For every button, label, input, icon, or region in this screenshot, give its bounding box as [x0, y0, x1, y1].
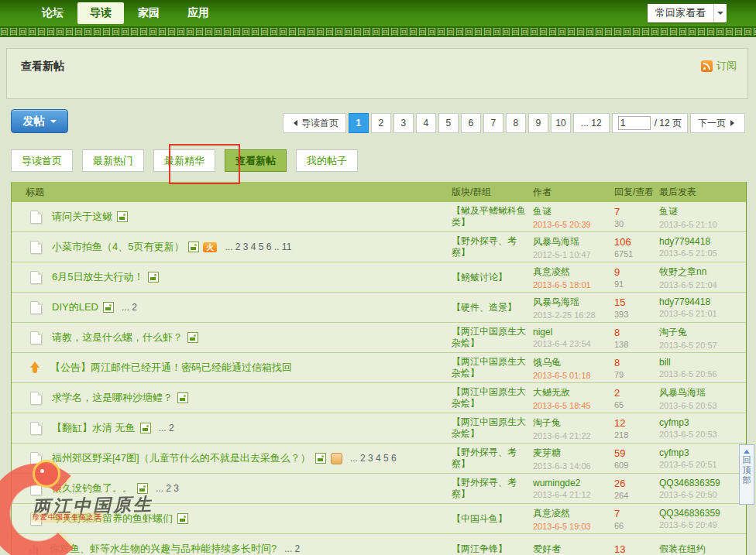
page-button[interactable]: 8 [506, 113, 526, 133]
author-link[interactable]: 麦芽糖 [533, 447, 614, 460]
last-poster-link[interactable]: 淘子兔 [659, 326, 746, 339]
thread-forum-cell: 【两江中国原生大杂烩】 [452, 383, 533, 413]
author-link[interactable]: nigel [533, 327, 614, 337]
author-link[interactable]: 鱼谜 [533, 205, 614, 218]
forum-link[interactable]: 【两江中国原生大杂烩】 [452, 356, 530, 379]
pagination-next-button[interactable]: 下一页 [690, 113, 745, 133]
forum-link[interactable]: 【中国斗鱼】 [452, 513, 507, 525]
nav-item[interactable]: 应用 [174, 2, 223, 24]
thread-author-cell: wumingde22013-6-4 21:12 [533, 474, 614, 503]
author-link[interactable]: 饿乌龟 [533, 356, 614, 369]
forum-link[interactable]: 【鳅及平鳍鳅科鱼类】 [452, 205, 530, 228]
chevron-down-icon[interactable] [713, 4, 727, 22]
tab[interactable]: 最新热门 [82, 149, 144, 172]
nav-item[interactable]: 家园 [124, 2, 174, 24]
forum-link[interactable]: 【硬件、造景】 [452, 302, 517, 313]
author-link[interactable]: wumingde2 [533, 478, 614, 488]
tab[interactable]: 最新精华 [153, 149, 215, 172]
thread-page-links[interactable]: ... 2 [122, 302, 137, 313]
author-link[interactable]: 爱好者 [533, 543, 614, 555]
thread-title-link[interactable]: 今天野采后留养的鱼虾螺们 [52, 512, 173, 526]
last-poster-link[interactable]: cyfmp3 [659, 417, 746, 428]
thread-title-link[interactable]: 6月5日放生大行动！ [52, 270, 143, 284]
forum-link[interactable]: 【鳑鲏讨论】 [452, 272, 507, 283]
image-attach-icon [137, 483, 148, 494]
last-poster-link[interactable]: 假装在纽约 [659, 543, 746, 555]
author-link[interactable]: 淘子兔 [533, 416, 614, 430]
thread-page-links[interactable]: ... 2 3 [156, 483, 179, 494]
last-poster-link[interactable]: hdy7794418 [659, 296, 746, 307]
author-link[interactable]: 真意凌然 [533, 507, 614, 520]
last-poster-link[interactable]: bill [659, 357, 746, 368]
last-poster-link[interactable]: 牧野之章nn [659, 266, 746, 279]
thread-page-links[interactable]: ... 2 3 4 5 6 [350, 453, 397, 464]
thread-page-links[interactable]: ... 2 [159, 423, 174, 433]
last-poster-link[interactable]: hdy7794418 [659, 236, 746, 247]
thread-title-link[interactable]: 小菜市拍鱼（4、5页有更新） [52, 240, 184, 254]
forum-link[interactable]: 【野外探寻、考察】 [452, 477, 530, 500]
forum-link[interactable]: 【野外探寻、考察】 [452, 235, 530, 259]
new-post-button[interactable]: 发帖 [11, 109, 68, 133]
last-poster-link[interactable]: 鱼谜 [659, 205, 746, 218]
thread-page-links[interactable]: ... 2 3 4 5 6 .. 11 [225, 242, 291, 252]
last-poster-link[interactable]: QQ346836359 [659, 478, 746, 488]
page-jump-input[interactable] [618, 116, 651, 130]
thread-page-links[interactable]: ... 2 [284, 543, 300, 554]
page-button[interactable]: 9 [528, 113, 548, 133]
page-button[interactable]: 7 [483, 113, 503, 133]
thread-title-link[interactable]: 很久没钓鱼了。。 [52, 481, 132, 495]
page-button[interactable]: 1 [349, 113, 369, 133]
forum-link[interactable]: 【两江中国原生大杂烩】 [452, 386, 530, 409]
author-date: 2013-6-3 14:06 [533, 461, 614, 471]
page-button[interactable]: 6 [461, 113, 481, 133]
last-poster-link[interactable]: QQ346836359 [659, 508, 746, 519]
author-link[interactable]: 真意凌然 [533, 266, 614, 279]
page-header-panel: 查看新帖 订阅 [6, 48, 748, 99]
last-poster-link[interactable]: cyfmp3 [659, 447, 746, 458]
pagination-first-button[interactable]: 导读首页 [283, 113, 346, 133]
table-row: 请教，这是什么螺，什么虾？【两江中国原生大杂烩】nigel2013-6-4 23… [12, 322, 746, 352]
home-dropdown-button[interactable]: 常回家看看 [648, 4, 727, 22]
page-button[interactable]: 10 [551, 113, 571, 133]
thread-title-link[interactable]: 【翻缸】水清 无鱼 [52, 421, 136, 435]
author-link[interactable]: 风暴鸟海瑶 [533, 296, 614, 309]
thread-title-link[interactable]: 【公告】两江邮件已经开通！密码已经能通过信箱找回 [50, 361, 292, 375]
thread-title-link[interactable]: 福州郊区野采[47图]（儿童节什么的不就是出去采鱼么？） [52, 451, 311, 465]
last-poster-link[interactable]: 风暴鸟海瑶 [659, 386, 746, 399]
thread-author-cell: 真意凌然2013-6-5 18:01 [533, 262, 614, 292]
forum-link[interactable]: 【两江中国原生大杂烩】 [452, 326, 530, 349]
thread-title-link[interactable]: DIY的LED [52, 300, 98, 314]
nav-item[interactable]: 导读 [77, 2, 124, 24]
page-button[interactable]: 5 [438, 113, 459, 133]
author-link[interactable]: 大鳡无敌 [533, 386, 614, 399]
thread-title-link[interactable]: 请问关于这鳅 [52, 210, 112, 224]
page: 论坛导读家园应用 常回家看看 回回回回回回回回回回回回回回回回回回回回回回回回回… [0, 0, 756, 555]
subscribe-link[interactable]: 订阅 [701, 59, 737, 73]
page-button[interactable]: 4 [416, 113, 436, 133]
reply-count: 13 [614, 543, 659, 555]
table-row: 今天野采后留养的鱼虾螺们【中国斗鱼】真意凌然2013-6-5 19:03766Q… [12, 503, 746, 533]
thread-title-link[interactable]: 你对鱼、虾等水生物的兴趣与品种能持续多长时间? [50, 542, 277, 555]
forum-link[interactable]: 【两江中国原生大杂烩】 [452, 416, 530, 440]
forum-link[interactable]: 【野外探寻、考察】 [452, 447, 530, 470]
thread-forum-cell: 【野外探寻、考察】 [452, 474, 533, 503]
thread-title-cell: 很久没钓鱼了。。... 2 3 [12, 474, 452, 503]
thread-title-link[interactable]: 请教，这是什么螺，什么虾？ [52, 331, 183, 344]
page-button[interactable]: ... 12 [573, 113, 610, 133]
thread-title-link[interactable]: 求学名，这是哪种沙塘鳢？ [52, 391, 173, 405]
tab[interactable]: 查看新帖 [225, 149, 287, 172]
tab[interactable]: 导读首页 [11, 149, 73, 172]
tab[interactable]: 我的帖子 [296, 149, 358, 172]
author-date: 2013-6-4 21:12 [533, 490, 614, 499]
page-button[interactable]: 3 [393, 113, 414, 133]
author-link[interactable]: 风暴鸟海瑶 [533, 235, 614, 248]
file-icon [30, 331, 42, 344]
thread-title-cell: 请问关于这鳅 [12, 202, 452, 231]
thread-lastpost-cell: QQ3468363592013-6-5 20:49 [659, 504, 746, 533]
page-button[interactable]: 2 [371, 113, 391, 133]
view-count: 609 [614, 461, 659, 470]
thread-lastpost-cell: bill2013-6-5 20:56 [659, 353, 746, 382]
back-to-top-button[interactable]: 回 顶 部 [739, 444, 754, 505]
forum-link[interactable]: 【两江争锋】 [452, 543, 507, 555]
nav-item[interactable]: 论坛 [28, 2, 77, 24]
